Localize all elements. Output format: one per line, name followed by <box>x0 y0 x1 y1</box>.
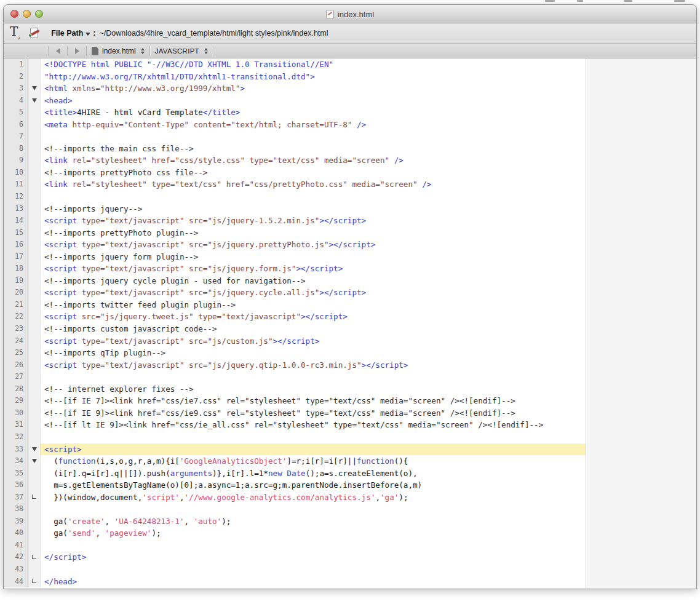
code-text[interactable] <box>41 563 586 576</box>
screenshot-artifact <box>577 0 583 2</box>
code-text[interactable]: "http://www.w3.org/TR/xhtml1/DTD/xhtml1-… <box>41 71 586 83</box>
code-text[interactable]: ga('create', 'UA-64248213-1', 'auto'); <box>41 515 586 528</box>
fold-close-icon[interactable] <box>28 551 41 563</box>
line-number: 25 <box>4 347 28 359</box>
code-text[interactable]: <!--imports qTip plugin--> <box>41 347 586 359</box>
code-text[interactable]: <!DOCTYPE html PUBLIC "-//W3C//DTD XHTML… <box>41 58 586 71</box>
code-text[interactable]: <!--imports jquery cycle plugin - used f… <box>41 275 586 287</box>
code-text[interactable]: <!--imports jquery form plugin--> <box>41 251 586 263</box>
code-text[interactable]: <script type="text/javascript" src="js/j… <box>41 215 586 227</box>
line-number: 28 <box>4 383 28 395</box>
code-text[interactable]: <title>4HIRE - html vCard Template</titl… <box>41 106 586 119</box>
code-text[interactable]: <!--imports jquery--> <box>41 203 586 215</box>
screenshot-page: index.html T, File Path : ~/Downloads/4h… <box>0 0 700 604</box>
line-number: 32 <box>4 431 28 443</box>
code-text[interactable]: m=s.getElementsByTagName(o)[0];a.async=1… <box>41 479 586 491</box>
fold-gutter <box>28 527 41 539</box>
navigation-bar: index.html JAVASCRIPT <box>4 44 696 58</box>
fold-gutter <box>28 299 41 311</box>
fold-gutter <box>28 347 41 359</box>
code-text[interactable] <box>41 371 586 383</box>
code-text[interactable]: </script> <box>41 551 586 563</box>
fold-open-icon[interactable] <box>28 82 41 95</box>
code-text[interactable]: })(window,document,'script','//www.googl… <box>41 491 586 504</box>
code-text[interactable] <box>41 539 586 552</box>
fold-gutter <box>28 311 41 323</box>
window-title-area: index.html <box>4 5 696 23</box>
code-text[interactable]: <!--[if IE 9]><link href="css/ie9.css" r… <box>41 407 586 419</box>
highlighted-code-text[interactable]: <script> <box>41 443 586 456</box>
fold-gutter <box>28 407 41 419</box>
line-number: 42 <box>4 551 28 563</box>
titlebar: index.html <box>4 5 696 23</box>
code-text[interactable]: <script type="text/javascript" src="js/j… <box>41 239 586 251</box>
code-text[interactable] <box>41 431 586 443</box>
code-text[interactable]: <link rel="stylesheet" href="css/style.c… <box>41 154 586 167</box>
fold-close-icon[interactable] <box>28 576 41 588</box>
code-text[interactable]: <!--imports prettyPhoto css file--> <box>41 167 586 179</box>
fold-open-icon[interactable] <box>28 443 41 456</box>
code-text[interactable]: (i[r].q=i[r].q||[]).push(arguments)},i[r… <box>41 467 586 480</box>
language-dropdown[interactable]: JAVASCRIPT <box>155 47 199 55</box>
code-text[interactable]: <!--[if lt IE 9]><link href="css/ie_all.… <box>41 419 586 431</box>
line-number: 24 <box>4 335 28 348</box>
code-text[interactable]: <head> <box>41 95 586 107</box>
line-number: 7 <box>4 130 28 143</box>
line-number: 19 <box>4 275 28 287</box>
line-number: 41 <box>4 539 28 552</box>
fold-gutter <box>28 563 41 576</box>
code-text[interactable]: <script type="text/javascript" src="js/c… <box>41 335 586 348</box>
code-text[interactable]: <!--imports the main css file--> <box>41 143 586 155</box>
code-text[interactable]: <script src="js/jquery.tweet.js" type="t… <box>41 311 586 323</box>
code-text[interactable]: <!--[if IE 7]><link href="css/ie7.css" r… <box>41 395 586 407</box>
file-path-menu[interactable]: File Path : <box>51 29 95 38</box>
fold-gutter <box>28 419 41 431</box>
fold-gutter <box>28 203 41 215</box>
code-text[interactable] <box>41 130 586 143</box>
line-number: 12 <box>4 191 28 203</box>
line-number: 37 <box>4 491 28 504</box>
code-text[interactable]: ga('send', 'pageview'); <box>41 527 586 539</box>
code-text[interactable]: </head> <box>41 576 586 588</box>
fold-close-icon[interactable] <box>28 491 41 504</box>
fold-gutter <box>28 383 41 395</box>
code-text[interactable]: <link rel="stylesheet" type="text/css" h… <box>41 178 586 191</box>
code-text[interactable]: <html xmlns="http://www.w3.org/1999/xhtm… <box>41 82 586 95</box>
code-text[interactable]: <script type="text/javascript" src="js/j… <box>41 359 586 372</box>
code-text[interactable]: <!--imports custom javascript code--> <box>41 323 586 335</box>
code-text[interactable]: <!-- internet explorer fixes --> <box>41 383 586 395</box>
fold-gutter <box>28 106 41 119</box>
fold-open-icon[interactable] <box>28 95 41 107</box>
code-text[interactable]: <script type="text/javascript" src="js/j… <box>41 263 586 275</box>
screenshot-artifact <box>545 0 555 2</box>
fold-gutter <box>28 371 41 383</box>
textwrangler-app-icon[interactable] <box>29 27 40 39</box>
fold-gutter <box>28 215 41 227</box>
line-number: 11 <box>4 178 28 191</box>
fold-gutter <box>28 515 41 528</box>
fold-gutter <box>28 503 41 515</box>
side-panel <box>586 58 696 588</box>
fold-gutter <box>28 143 41 155</box>
back-button[interactable] <box>54 48 62 54</box>
code-text[interactable]: (function(i,s,o,g,r,a,m){i['GoogleAnalyt… <box>41 455 586 467</box>
code-text[interactable] <box>41 191 586 203</box>
line-number: 17 <box>4 251 28 263</box>
forward-button[interactable] <box>73 48 81 54</box>
code-text[interactable]: <!--imports prettyPhoto plugin--> <box>41 227 586 239</box>
line-number: 34 <box>4 455 28 467</box>
code-text[interactable] <box>41 503 586 515</box>
code-text[interactable]: <meta http-equiv="Content-Type" content=… <box>41 119 586 131</box>
line-number: 22 <box>4 311 28 323</box>
stepper-icon[interactable] <box>204 48 208 54</box>
code-text[interactable]: <script type="text/javascript" src="js/j… <box>41 287 586 299</box>
back-arrow-icon <box>56 48 60 54</box>
fold-gutter <box>28 395 41 407</box>
code-text[interactable]: <!--imports twitter feed plugin plugin--… <box>41 299 586 311</box>
divider <box>67 46 68 55</box>
file-path-separator: : <box>93 29 95 38</box>
file-dropdown[interactable]: index.html <box>102 47 136 55</box>
text-options-icon[interactable]: T, <box>10 25 20 42</box>
fold-open-icon[interactable] <box>28 455 41 467</box>
stepper-icon[interactable] <box>141 48 145 54</box>
